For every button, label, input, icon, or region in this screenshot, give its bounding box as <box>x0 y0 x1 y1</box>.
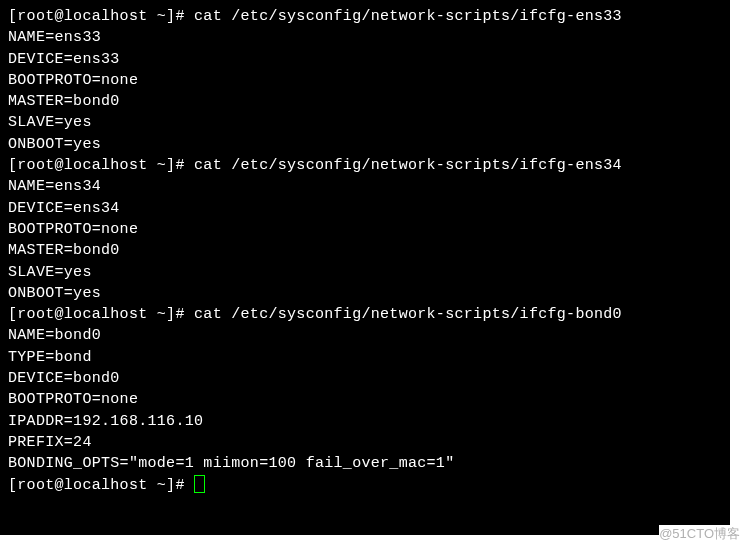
output-line: SLAVE=yes <box>8 262 722 283</box>
output-line: MASTER=bond0 <box>8 240 722 261</box>
command-line: [root@localhost ~]# cat /etc/sysconfig/n… <box>8 304 722 325</box>
output-line: NAME=ens34 <box>8 176 722 197</box>
output-line: IPADDR=192.168.116.10 <box>8 411 722 432</box>
output-line: PREFIX=24 <box>8 432 722 453</box>
command-line: [root@localhost ~]# cat /etc/sysconfig/n… <box>8 155 722 176</box>
shell-prompt: [root@localhost ~]# <box>8 306 194 323</box>
output-line: DEVICE=ens33 <box>8 49 722 70</box>
output-line: DEVICE=ens34 <box>8 198 722 219</box>
output-line: ONBOOT=yes <box>8 134 722 155</box>
output-line: BOOTPROTO=none <box>8 70 722 91</box>
cursor-icon <box>194 475 205 493</box>
active-prompt-line[interactable]: [root@localhost ~]# <box>8 475 722 496</box>
command-text: cat /etc/sysconfig/network-scripts/ifcfg… <box>194 157 622 174</box>
watermark-text: @51CTO博客 <box>659 525 740 543</box>
output-line: NAME=bond0 <box>8 325 722 346</box>
command-text: cat /etc/sysconfig/network-scripts/ifcfg… <box>194 306 622 323</box>
output-line: ONBOOT=yes <box>8 283 722 304</box>
shell-prompt: [root@localhost ~]# <box>8 477 194 494</box>
output-line: NAME=ens33 <box>8 27 722 48</box>
output-line: TYPE=bond <box>8 347 722 368</box>
output-line: MASTER=bond0 <box>8 91 722 112</box>
command-line: [root@localhost ~]# cat /etc/sysconfig/n… <box>8 6 722 27</box>
output-line: SLAVE=yes <box>8 112 722 133</box>
command-text: cat /etc/sysconfig/network-scripts/ifcfg… <box>194 8 622 25</box>
output-line: BOOTPROTO=none <box>8 389 722 410</box>
output-line: BONDING_OPTS="mode=1 miimon=100 fail_ove… <box>8 453 722 474</box>
output-line: DEVICE=bond0 <box>8 368 722 389</box>
terminal-window[interactable]: [root@localhost ~]# cat /etc/sysconfig/n… <box>0 0 730 535</box>
shell-prompt: [root@localhost ~]# <box>8 157 194 174</box>
shell-prompt: [root@localhost ~]# <box>8 8 194 25</box>
output-line: BOOTPROTO=none <box>8 219 722 240</box>
